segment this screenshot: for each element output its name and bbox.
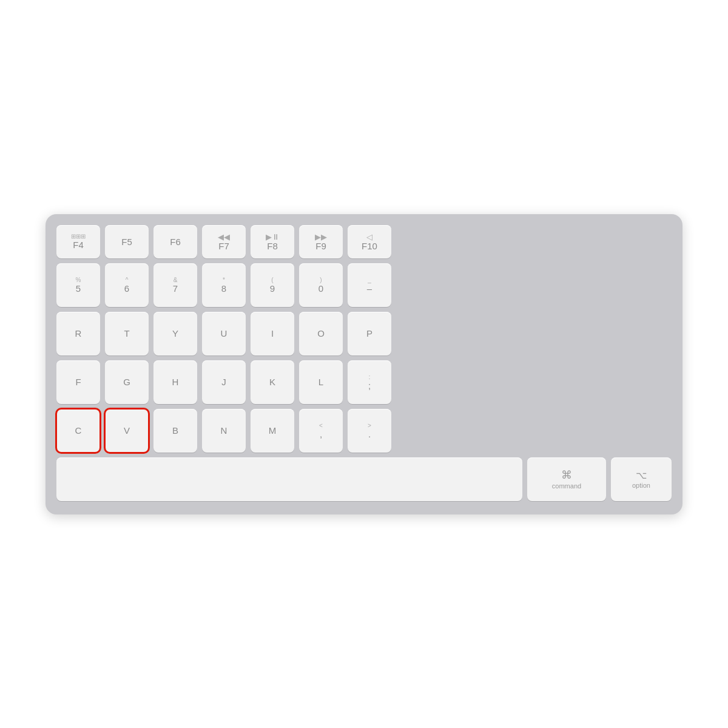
key-f5[interactable]: F5 [105, 225, 149, 258]
key-f7[interactable]: ◀◀ F7 [202, 225, 246, 258]
key-c[interactable]: C [56, 409, 100, 453]
keyboard: ⊞⊞⊞ F4 F5 F6 ◀◀ F7 ▶⏸ F8 ▶▶ F9 ◁ F10 % 5 [46, 214, 682, 514]
key-option[interactable]: ⌥ option [611, 457, 672, 501]
key-command[interactable]: ⌘ command [527, 457, 606, 501]
space-row: ⌘ command ⌥ option [56, 457, 672, 501]
key-g[interactable]: G [105, 360, 149, 404]
key-p[interactable]: P [348, 312, 391, 356]
key-7[interactable]: & 7 [153, 263, 197, 307]
key-l[interactable]: L [299, 360, 343, 404]
key-o[interactable]: O [299, 312, 343, 356]
key-period[interactable]: > . [348, 409, 391, 453]
key-m[interactable]: M [251, 409, 294, 453]
key-minus[interactable]: _ – [348, 263, 391, 307]
bottom-row: C V B N M < , > . [56, 409, 672, 453]
key-space[interactable] [56, 457, 522, 501]
number-row: % 5 ^ 6 & 7 * 8 ( 9 ) 0 _ – [56, 263, 672, 307]
key-f6[interactable]: F6 [153, 225, 197, 258]
key-f4[interactable]: ⊞⊞⊞ F4 [56, 225, 100, 258]
key-u[interactable]: U [202, 312, 246, 356]
fn-row: ⊞⊞⊞ F4 F5 F6 ◀◀ F7 ▶⏸ F8 ▶▶ F9 ◁ F10 [56, 225, 672, 258]
key-f9[interactable]: ▶▶ F9 [299, 225, 343, 258]
key-b[interactable]: B [153, 409, 197, 453]
key-comma[interactable]: < , [299, 409, 343, 453]
key-6[interactable]: ^ 6 [105, 263, 149, 307]
key-j[interactable]: J [202, 360, 246, 404]
qwerty-row: R T Y U I O P [56, 312, 672, 356]
key-n[interactable]: N [202, 409, 246, 453]
key-0[interactable]: ) 0 [299, 263, 343, 307]
key-f8[interactable]: ▶⏸ F8 [251, 225, 294, 258]
key-i[interactable]: I [251, 312, 294, 356]
key-f[interactable]: F [56, 360, 100, 404]
key-8[interactable]: * 8 [202, 263, 246, 307]
home-row: F G H J K L : ; [56, 360, 672, 404]
key-r[interactable]: R [56, 312, 100, 356]
key-v[interactable]: V [105, 409, 149, 453]
key-semicolon[interactable]: : ; [348, 360, 391, 404]
key-9[interactable]: ( 9 [251, 263, 294, 307]
key-k[interactable]: K [251, 360, 294, 404]
key-5[interactable]: % 5 [56, 263, 100, 307]
key-y[interactable]: Y [153, 312, 197, 356]
key-f10[interactable]: ◁ F10 [348, 225, 391, 258]
key-h[interactable]: H [153, 360, 197, 404]
key-t[interactable]: T [105, 312, 149, 356]
